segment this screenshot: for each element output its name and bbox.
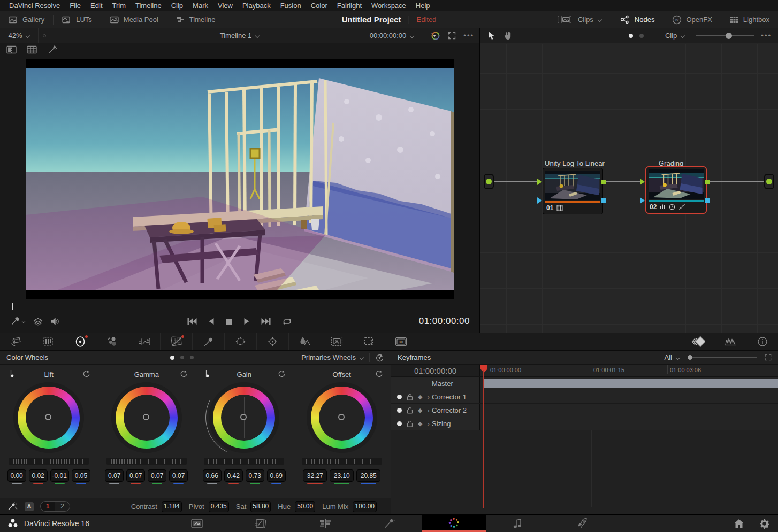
blur-palette[interactable] <box>289 333 321 350</box>
clips-button[interactable]: Clips <box>549 11 611 28</box>
crosshair-icon[interactable] <box>6 369 16 379</box>
offset-wheel[interactable] <box>307 382 377 453</box>
clip-timecode-dropdown[interactable]: 00:00:00:00 <box>370 32 415 40</box>
page-deliver[interactable] <box>550 515 614 532</box>
hand-tool-icon[interactable] <box>504 31 512 40</box>
menu-clip[interactable]: Clip <box>166 2 188 10</box>
gamma-wheel-indicator[interactable] <box>143 414 149 420</box>
keyframe-track-corrector1[interactable]: ◆ › Corrector 1 <box>391 390 778 404</box>
page-color[interactable] <box>422 515 486 532</box>
play-button[interactable] <box>243 318 250 325</box>
grade-boost-icon[interactable] <box>430 30 440 41</box>
node2[interactable]: 02 <box>645 166 707 214</box>
motion-effects-palette[interactable] <box>128 333 161 350</box>
node-graph-canvas[interactable]: Unity Log To Linear 01 Grading <box>480 44 778 333</box>
viewer-scrub-bar[interactable] <box>0 302 479 310</box>
track-expand-chevron[interactable]: › <box>427 420 429 428</box>
node1-rgb-input[interactable] <box>537 179 542 185</box>
tracker-palette[interactable] <box>257 333 289 350</box>
menu-edit[interactable]: Edit <box>86 2 107 10</box>
lock-icon[interactable] <box>407 394 413 400</box>
keyframe-diamond-icon[interactable]: ◆ <box>418 394 422 400</box>
page-media[interactable] <box>165 515 229 532</box>
timeline-button[interactable]: Timeline <box>167 11 224 28</box>
lum-mix-value[interactable]: 100.00 <box>353 501 377 512</box>
keyframe-diamond-icon[interactable]: ◆ <box>418 407 422 414</box>
menu-playback[interactable]: Playback <box>238 2 276 10</box>
offset-master-wheel[interactable] <box>302 458 382 465</box>
pointer-tool-icon[interactable] <box>487 31 495 40</box>
menu-davinci-resolve[interactable]: DaVinci Resolve <box>4 2 65 10</box>
page-fusion[interactable] <box>357 515 422 532</box>
keyframes-zoom-slider[interactable] <box>688 357 757 358</box>
gamma-b-value[interactable]: 0.07 <box>169 469 188 482</box>
menu-mark[interactable]: Mark <box>188 2 213 10</box>
node1-key-input[interactable] <box>537 197 542 204</box>
gamma-reset-icon[interactable] <box>180 369 188 377</box>
page-cut[interactable] <box>229 515 293 532</box>
lift-reset-icon[interactable] <box>82 369 90 377</box>
menu-help[interactable]: Help <box>411 2 435 10</box>
contrast-value[interactable]: 1.184 <box>162 501 182 512</box>
keyframe-track-corrector2[interactable]: ◆ › Corrector 2 <box>391 404 778 417</box>
timeline-selector[interactable]: Timeline 1 <box>220 32 260 40</box>
key-palette[interactable] <box>321 333 353 350</box>
scopes-palette[interactable] <box>714 333 746 350</box>
hue-value[interactable]: 50.00 <box>295 501 315 512</box>
pivot-value[interactable]: 0.435 <box>209 501 229 512</box>
menu-fairlight[interactable]: Fairlight <box>332 2 367 10</box>
grid-view-icon[interactable] <box>27 45 37 54</box>
track-expand-chevron[interactable]: › <box>427 406 429 414</box>
lift-r-value[interactable]: 0.02 <box>29 469 48 482</box>
gain-wheel[interactable] <box>209 382 279 453</box>
expand-icon[interactable] <box>448 32 456 40</box>
gain-master-wheel[interactable] <box>204 458 284 465</box>
auto-color-button[interactable]: A <box>25 502 34 511</box>
offset-b-value[interactable]: 20.85 <box>356 469 380 482</box>
color-wheels-palette[interactable] <box>64 333 96 350</box>
offset-reset-icon[interactable] <box>375 369 383 377</box>
sat-value[interactable]: 58.80 <box>250 501 271 512</box>
nodes-button[interactable]: Nodes <box>611 11 663 28</box>
gamma-r-value[interactable]: 0.07 <box>126 469 145 482</box>
color-match-palette[interactable] <box>32 333 64 350</box>
track-enable-dot[interactable] <box>397 408 402 413</box>
node2-rgb-input[interactable] <box>640 179 645 185</box>
lift-g-value[interactable]: -0.01 <box>50 469 69 482</box>
wheels-page-dots[interactable] <box>170 356 194 360</box>
menu-trim[interactable]: Trim <box>108 2 131 10</box>
node-zoom-knob[interactable] <box>726 33 732 39</box>
keyframe-diamond-icon[interactable]: ◆ <box>418 420 422 427</box>
wheels-page-2[interactable]: 2 <box>55 502 70 511</box>
node-view-dot-active[interactable] <box>629 34 633 38</box>
lift-b-value[interactable]: 0.05 <box>72 469 90 482</box>
menu-view[interactable]: View <box>213 2 238 10</box>
lift-wheel[interactable] <box>13 382 84 453</box>
keyframe-track-master[interactable]: Master <box>391 377 778 390</box>
sizing-palette[interactable] <box>353 333 385 350</box>
lock-icon[interactable] <box>407 407 413 414</box>
menu-fusion[interactable]: Fusion <box>276 2 306 10</box>
offset-wheel-indicator[interactable] <box>338 414 345 420</box>
keyframes-filter-dropdown[interactable]: All <box>665 353 680 361</box>
scrub-playhead[interactable] <box>12 303 13 310</box>
wheels-pager[interactable]: 1 2 <box>40 501 70 512</box>
gain-b-value[interactable]: 0.69 <box>267 469 286 482</box>
keyframes-palette[interactable] <box>682 333 714 350</box>
node2-key-input[interactable] <box>640 197 645 204</box>
viewer-options-menu[interactable]: ••• <box>463 32 474 40</box>
audio-mute-icon[interactable] <box>50 317 60 326</box>
camera-raw-palette[interactable] <box>0 333 32 350</box>
output-port[interactable] <box>764 174 774 189</box>
split-screen-icon[interactable] <box>6 45 17 54</box>
wipe-modes-icon[interactable] <box>33 317 43 326</box>
gain-y-value[interactable]: 0.66 <box>203 469 222 482</box>
gain-reset-icon[interactable] <box>278 369 286 377</box>
track-enable-dot[interactable] <box>397 421 402 426</box>
curves-palette[interactable] <box>161 333 193 350</box>
track-enable-dot[interactable] <box>397 395 402 399</box>
reset-all-icon[interactable] <box>375 353 384 362</box>
node-mode-dropdown[interactable]: Clip <box>665 32 685 40</box>
menu-workspace[interactable]: Workspace <box>367 2 411 10</box>
keyframes-ruler[interactable]: 01:00:00:00 01:00:00:00 01:00:01:15 01:0… <box>391 365 778 377</box>
